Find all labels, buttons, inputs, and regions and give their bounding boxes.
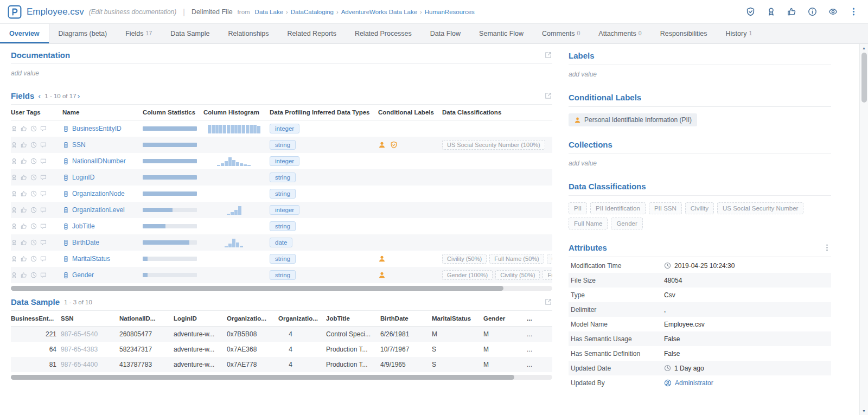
fields-row-organizationnode[interactable]: OrganizationNodestring [11,186,552,202]
documentation-expand-icon[interactable] [544,51,552,59]
tab-attachments[interactable]: Attachments0 [589,24,650,43]
sample-row[interactable]: 64987-65-4383582347317adventure-w...0x7A… [11,342,552,357]
field-name-link[interactable]: MaritalStatus [62,255,143,263]
data-classification-chip[interactable]: US Social Security Number [717,202,803,214]
sample-cell: adventure-w... [174,346,227,353]
shield-check-icon[interactable] [746,7,755,16]
fields-row-birthdate[interactable]: BirthDatedate [11,234,552,251]
fields-row-businessentityid[interactable]: BusinessEntityIDinteger [11,120,552,137]
attribute-value[interactable]: Administrator [664,379,827,387]
fields-row-gender[interactable]: GenderstringGender (100%)Civility (50%)F… [11,267,552,283]
data-classification-chip[interactable]: PII SSN [649,202,682,214]
medal-icon[interactable] [767,7,776,16]
labels-placeholder[interactable]: add value [569,65,831,86]
fields-row-organizationlevel[interactable]: OrganizationLevelinteger [11,202,552,218]
data-classification-chip[interactable]: PII Identification [590,202,646,214]
field-name-link[interactable]: JobTitle [62,222,143,230]
user-tags[interactable] [11,190,62,197]
fields-prev-page-chevron[interactable]: ‹ [38,92,41,100]
classification-chip[interactable]: Gender (100%) [442,270,493,280]
eye-icon[interactable] [828,7,838,16]
classification-chip[interactable]: C [547,254,552,264]
data-classification-chip[interactable]: Full Name [569,218,608,229]
classification-chip[interactable]: Full Name (50%) [489,254,544,264]
tab-fields[interactable]: Fields17 [116,24,161,43]
kebab-icon[interactable] [849,7,858,16]
tab-responsibilities[interactable]: Responsibilities [651,24,717,43]
field-name-link[interactable]: Gender [62,271,143,279]
user-tags[interactable] [11,239,62,246]
app-logo-icon[interactable] [8,5,22,19]
user-tags[interactable] [11,142,62,148]
inferred-data-type-chip: string [270,270,296,280]
user-tags[interactable] [11,223,62,229]
conditional-labels-section-header: Conditional Labels [569,86,831,107]
tab-relationships[interactable]: Relationships [219,24,278,43]
tab-related-reports[interactable]: Related Reports [278,24,346,43]
user-tags[interactable] [11,272,62,278]
person-icon [378,255,386,263]
data-classification-chip[interactable]: Gender [611,218,642,229]
breadcrumb-link[interactable]: AdventureWorks Data Lake [341,9,417,15]
fields-hscrollbar[interactable] [11,286,552,291]
clock-icon [30,207,37,213]
fields-row-nationalidnumber[interactable]: NationalIDNumberinteger [11,153,552,169]
user-tags[interactable] [11,256,62,262]
tab-semantic-flow[interactable]: Semantic Flow [470,24,533,43]
attributes-kebab-icon[interactable] [823,244,831,252]
sample-hscrollbar-thumb[interactable] [11,375,514,380]
field-name-link[interactable]: SSN [62,141,143,149]
classification-chip[interactable]: Civility (50%) [495,270,540,280]
tab-history[interactable]: History1 [717,24,762,43]
data-classification-chip[interactable]: PII [569,202,587,214]
vertical-scrollbar-thumb[interactable] [861,53,867,103]
tab-data-flow[interactable]: Data Flow [421,24,470,43]
collections-placeholder[interactable]: add value [569,154,831,175]
breadcrumb-link[interactable]: HumanResources [425,9,475,15]
data-sample-expand-icon[interactable] [544,298,552,306]
field-name-link[interactable]: BirthDate [62,239,143,246]
field-name-link[interactable]: OrganizationLevel [62,206,143,214]
attributes-rows: Modification Time2019-04-25 10:24:30File… [569,258,831,390]
breadcrumb-link[interactable]: DataCataloging [291,9,334,15]
documentation-placeholder[interactable]: add value [11,64,552,85]
data-classifications-chips: PIIPII IdentificationPII SSNCivilityUS S… [569,202,831,229]
conditional-label-chip[interactable]: Personal Identifiable Information (PII) [569,113,697,126]
sample-row[interactable]: 81987-65-4400413787783adventure-w...0x7A… [11,357,552,372]
sample-hscrollbar[interactable] [11,375,552,380]
tab-comments[interactable]: Comments0 [533,24,589,43]
classification-chip[interactable]: US Social Security Number (100%) [442,140,545,150]
fields-row-ssn[interactable]: SSNstringUS Social Security Number (100%… [11,137,552,153]
user-tags[interactable] [11,125,62,132]
data-classification-chip[interactable]: Civility [685,202,714,214]
scroll-up-arrow-icon[interactable]: ▲ [862,44,866,52]
sample-row[interactable]: 221987-65-4540260805477adventure-w...0x7… [11,327,552,342]
thumbs-up-icon[interactable] [787,7,796,16]
field-name-link[interactable]: NationalIDNumber [62,157,143,165]
fields-row-loginid[interactable]: LoginIDstring [11,169,552,186]
field-name-link[interactable]: OrganizationNode [62,190,143,197]
data-classifications-cell: Civility (50%)Full Name (50%)C [442,254,552,264]
tab-overview[interactable]: Overview [0,24,49,43]
info-icon[interactable] [808,7,817,16]
scroll-down-arrow-icon[interactable]: ▼ [862,407,866,415]
fields-hscrollbar-thumb[interactable] [11,286,503,291]
tab-diagrams-beta[interactable]: Diagrams (beta) [49,24,117,43]
classification-chip[interactable]: Fu [542,270,552,280]
tab-related-processes[interactable]: Related Processes [346,24,421,43]
user-tags[interactable] [11,174,62,181]
classification-chip[interactable]: Civility (50%) [442,254,487,264]
fields-next-page-chevron[interactable]: › [78,92,80,100]
edit-documentation-hint[interactable]: (Edit business documentation) [89,8,176,16]
fields-row-jobtitle[interactable]: JobTitlestring [11,218,552,234]
user-tags[interactable] [11,207,62,213]
field-name-link[interactable]: LoginID [62,174,143,181]
tab-data-sample[interactable]: Data Sample [161,24,219,43]
vertical-scrollbar[interactable]: ▲ ▼ [859,44,868,415]
breadcrumb-link[interactable]: Data Lake [255,9,283,15]
fields-row-maritalstatus[interactable]: MaritalStatusstringCivility (50%)Full Na… [11,251,552,267]
user-tags[interactable] [11,158,62,164]
attribute-row: TypeCsv [569,288,831,302]
fields-expand-icon[interactable] [544,92,552,100]
field-name-link[interactable]: BusinessEntityID [62,125,143,132]
